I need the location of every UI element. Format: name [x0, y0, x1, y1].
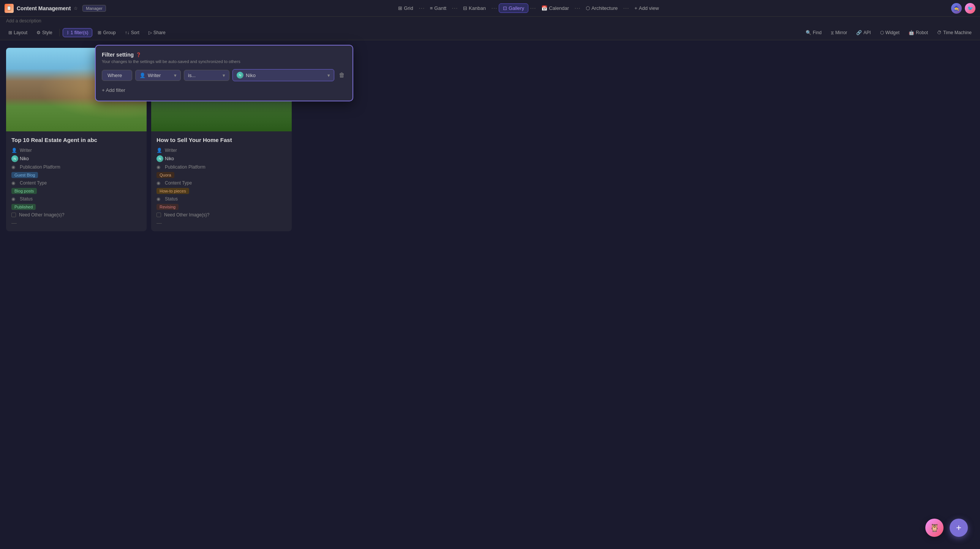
star-icon[interactable]: ☆ — [74, 6, 78, 11]
find-icon: 🔍 — [806, 30, 811, 35]
view-tab-gantt[interactable]: ≡ Gantt — [426, 4, 450, 13]
card-status-row-2: ◉ Status — [156, 196, 286, 202]
card-writer-value-row-2: N Niko — [156, 155, 286, 162]
card-platform-value-row-1: Guest Blog — [11, 172, 141, 178]
status-icon-2: ◉ — [156, 196, 162, 202]
architecture-menu-dot[interactable]: ⋯ — [622, 5, 630, 12]
status-label-2: Status — [165, 196, 214, 202]
status-icon-1: ◉ — [11, 196, 18, 202]
view-tab-kanban[interactable]: ⊟ Kanban — [459, 4, 490, 13]
gallery-label: Gallery — [509, 5, 524, 11]
field-select-arrow: ▾ — [174, 73, 177, 78]
filter-operator-select[interactable]: is... ▾ — [184, 70, 229, 81]
filter-field-select[interactable]: 👤 Writer ▾ — [135, 70, 181, 81]
platform-badge-2: Quora — [156, 172, 174, 178]
user-avatar-2[interactable]: 🐦 — [965, 3, 975, 14]
layout-button[interactable]: ⊞ Layout — [5, 29, 31, 37]
grid-menu-dot[interactable]: ⋯ — [418, 5, 425, 12]
gantt-label: Gantt — [434, 5, 446, 11]
group-button[interactable]: ⊞ Group — [94, 29, 119, 37]
fab-plus-icon: + — [956, 522, 961, 533]
filter-value-select[interactable]: N Niko ▾ — [232, 69, 334, 81]
mirror-label: Mirror — [835, 30, 847, 35]
fab-button[interactable]: + — [950, 519, 968, 537]
app-icon: 📋 — [5, 4, 14, 13]
filter-where-label: Where — [102, 70, 132, 81]
gallery-icon: ⊡ — [503, 5, 507, 11]
card-writer-row-2: 👤 Writer — [156, 148, 286, 153]
style-icon: ⚙ — [37, 30, 41, 35]
sort-button[interactable]: ↑↓ Sort — [121, 29, 143, 37]
share-button[interactable]: ▷ Share — [145, 29, 169, 37]
card-platform-value-row-2: Quora — [156, 172, 286, 178]
writer-label-1: Writer — [20, 148, 69, 153]
user-avatar-1[interactable]: 🧙 — [951, 3, 962, 14]
card-body-2: How to Sell Your Home Fast 👤 Writer N Ni… — [151, 132, 292, 231]
platform-icon-2: ◉ — [156, 164, 162, 170]
sort-icon: ↑↓ — [125, 30, 129, 35]
content-type-icon-2: ◉ — [156, 180, 162, 186]
add-view-label: Add view — [639, 5, 659, 11]
robot-icon: 🤖 — [908, 30, 914, 35]
top-navigation: 📋 Content Management ☆ Manager ⊞ Grid ⋯ … — [0, 0, 980, 17]
value-select-arrow: ▾ — [328, 73, 330, 78]
app-title: Content Management — [17, 5, 71, 11]
widget-button[interactable]: ⬡ Widget — [876, 29, 903, 37]
widget-label: Widget — [885, 30, 899, 35]
architecture-icon: ⬡ — [586, 5, 590, 11]
view-tab-gallery[interactable]: ⊡ Gallery — [499, 3, 528, 13]
time-machine-label: Time Machine — [943, 30, 972, 35]
card-title-1: Top 10 Real Estate Agent in abc — [11, 137, 141, 143]
toolbar: ⊞ Layout ⚙ Style ⧘ 1 filter(s) ⊞ Group ↑… — [0, 25, 980, 40]
writer-label-2: Writer — [165, 148, 214, 153]
robot-button[interactable]: 🤖 Robot — [905, 29, 932, 37]
niko-tag-2: N Niko — [156, 155, 174, 162]
niko-avatar-filter: N — [237, 72, 243, 79]
view-tab-grid[interactable]: ⊞ Grid — [394, 4, 417, 13]
api-button[interactable]: 🔗 API — [853, 29, 874, 37]
mirror-button[interactable]: ⧖ Mirror — [827, 29, 851, 37]
add-view-plus-icon: + — [634, 5, 637, 11]
platform-label-2: Publication Platform — [165, 164, 214, 170]
view-tab-calendar[interactable]: 📅 Calendar — [538, 4, 573, 13]
card-writer-row-1: 👤 Writer — [11, 148, 141, 153]
group-label: Group — [103, 30, 116, 35]
view-tab-architecture[interactable]: ⬡ Architecture — [582, 4, 621, 13]
sort-label: Sort — [131, 30, 139, 35]
calendar-menu-dot[interactable]: ⋯ — [574, 5, 581, 12]
find-button[interactable]: 🔍 Find — [802, 29, 826, 37]
content-type-label-1: Content Type — [20, 180, 69, 186]
kanban-menu-dot[interactable]: ⋯ — [490, 5, 498, 12]
help-avatar[interactable]: 🦉 — [925, 519, 943, 537]
gallery-menu-dot[interactable]: ⋯ — [529, 5, 537, 12]
manager-badge: Manager — [83, 5, 106, 12]
filter-label: 1 filter(s) — [71, 30, 89, 35]
writer-value-1: Niko — [20, 156, 29, 161]
filter-button[interactable]: ⧘ 1 filter(s) — [63, 28, 93, 37]
calendar-label: Calendar — [549, 5, 569, 11]
time-machine-button[interactable]: ⏱ Time Machine — [933, 29, 975, 37]
filter-popup-title: Filter setting ❓ — [102, 52, 347, 58]
other-images-label-2: Need Other Image(s)? — [164, 212, 209, 217]
card-status-row-1: ◉ Status — [11, 196, 141, 202]
platform-label-1: Publication Platform — [20, 164, 69, 170]
filter-help-icon[interactable]: ❓ — [136, 52, 141, 57]
api-label: API — [863, 30, 870, 35]
toolbar-right: 🔍 Find ⧖ Mirror 🔗 API ⬡ Widget 🤖 Robot ⏱… — [802, 29, 975, 37]
style-label: Style — [42, 30, 52, 35]
card-dash-1: — — [11, 220, 141, 226]
page-content: Filter setting ❓ Your changes to the set… — [0, 42, 980, 237]
robot-label: Robot — [916, 30, 928, 35]
gantt-menu-dot[interactable]: ⋯ — [451, 5, 458, 12]
add-filter-button[interactable]: + Add filter — [102, 86, 125, 95]
content-type-icon-1: ◉ — [11, 180, 18, 186]
filter-operator-label: is... — [188, 73, 196, 78]
filter-popup: Filter setting ❓ Your changes to the set… — [95, 45, 353, 102]
status-label-1: Status — [20, 196, 69, 202]
kanban-label: Kanban — [469, 5, 486, 11]
filter-value-label: Niko — [246, 73, 256, 78]
filter-delete-button[interactable]: 🗑 — [337, 70, 347, 80]
style-button[interactable]: ⚙ Style — [33, 29, 56, 37]
add-view-button[interactable]: + Add view — [630, 4, 662, 13]
content-type-badge-2: How-to pieces — [156, 188, 189, 194]
